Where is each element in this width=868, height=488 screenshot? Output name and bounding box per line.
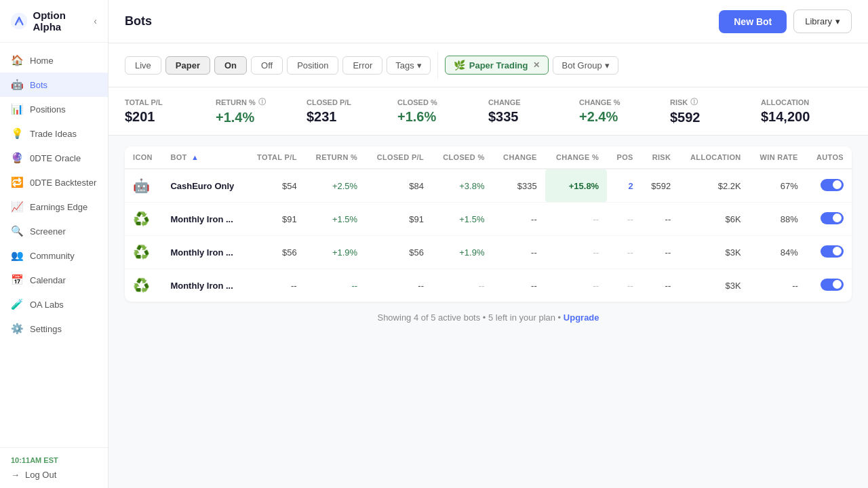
stat-total-pl-label: TOTAL P/L	[125, 98, 202, 106]
col-bot[interactable]: BOT ▲	[162, 146, 246, 169]
upgrade-link[interactable]: Upgrade	[564, 312, 599, 323]
app-name: Option Alpha	[33, 9, 88, 33]
stat-total-pl: TOTAL P/L $201	[125, 98, 216, 125]
closed-pl-cell: --	[366, 269, 432, 302]
labs-icon: 🧪	[11, 298, 23, 310]
stat-closed-pct-label: CLOSED %	[397, 98, 475, 106]
autos-cell[interactable]	[806, 203, 852, 236]
col-risk: RISK	[642, 146, 679, 169]
sidebar-item-screener[interactable]: 🔍 Screener	[0, 219, 108, 243]
table-row[interactable]: ♻️ Monthly Iron ... -- -- -- -- -- -- --…	[125, 269, 852, 302]
table-row[interactable]: 🤖 CashEuro Only $54 +2.5% $84 +3.8% $335…	[125, 169, 852, 203]
closed-pct-cell: +1.5%	[432, 203, 492, 236]
sidebar-item-calendar[interactable]: 📅 Calendar	[0, 268, 108, 292]
filter-on[interactable]: On	[214, 56, 247, 75]
autos-toggle[interactable]	[821, 245, 844, 258]
new-bot-button[interactable]: New Bot	[719, 10, 787, 33]
col-total-pl: TOTAL P/L	[246, 146, 305, 169]
filter-bot-group[interactable]: Bot Group ▾	[553, 56, 618, 75]
autos-cell[interactable]	[806, 269, 852, 302]
total-pl-cell: $91	[246, 203, 305, 236]
sidebar-item-oa-labs[interactable]: 🧪 OA Labs	[0, 292, 108, 317]
filter-tags[interactable]: Tags ▾	[387, 56, 430, 75]
sidebar-item-bots[interactable]: 🤖 Bots	[0, 73, 108, 97]
sidebar-item-trade-ideas[interactable]: 💡 Trade Ideas	[0, 121, 108, 146]
risk-cell: $592	[642, 169, 679, 203]
col-closed-pl: CLOSED P/L	[366, 146, 432, 169]
closed-pl-cell: $84	[366, 169, 432, 203]
sidebar-nav: 🏠 Home 🤖 Bots 📊 Positions 💡 Trade Ideas …	[0, 43, 108, 447]
change-pct-cell: +15.8%	[545, 169, 607, 203]
col-allocation: ALLOCATION	[679, 146, 749, 169]
win-rate-cell: 84%	[749, 236, 806, 269]
autos-toggle[interactable]	[821, 279, 844, 291]
bot-name-cell[interactable]: CashEuro Only	[162, 169, 246, 203]
autos-cell[interactable]	[806, 169, 852, 203]
table-row[interactable]: ♻️ Monthly Iron ... $91 +1.5% $91 +1.5% …	[125, 203, 852, 236]
return-info-icon[interactable]: ⓘ	[258, 97, 266, 107]
risk-info-icon[interactable]: ⓘ	[690, 97, 698, 107]
community-icon: 👥	[11, 249, 23, 262]
col-autos: AUTOS	[806, 146, 852, 169]
stat-change-pct-label: CHANGE %	[579, 98, 656, 106]
sidebar-item-earnings-edge[interactable]: 📈 Earnings Edge	[0, 195, 108, 219]
filter-paper[interactable]: Paper	[165, 56, 210, 75]
sidebar-item-home[interactable]: 🏠 Home	[0, 48, 108, 73]
stat-return-pct-value: +1.4%	[216, 110, 293, 125]
allocation-cell: $6K	[679, 203, 749, 236]
library-button[interactable]: Library ▾	[793, 9, 852, 33]
return-pct-cell: +1.9%	[305, 236, 366, 269]
stat-change-pct-value: +2.4%	[579, 109, 656, 125]
paper-trading-close-icon[interactable]: ✕	[533, 60, 540, 70]
logout-label: Log Out	[25, 470, 56, 480]
filter-paper-trading[interactable]: 🌿 Paper Trading ✕	[445, 56, 549, 75]
pos-cell[interactable]: 2	[607, 169, 642, 203]
change-pct-cell: --	[545, 269, 607, 302]
autos-cell[interactable]	[806, 236, 852, 269]
sidebar-item-positions[interactable]: 📊 Positions	[0, 97, 108, 121]
change-pct-cell: --	[545, 203, 607, 236]
sidebar-label-settings: Settings	[30, 324, 62, 334]
paper-trading-label: Paper Trading	[469, 60, 528, 70]
filter-error[interactable]: Error	[342, 56, 382, 75]
settings-icon: ⚙️	[11, 323, 23, 335]
filter-live[interactable]: Live	[125, 56, 161, 75]
bots-table: ICON BOT ▲ TOTAL P/L RETURN % CLOSED P/L…	[125, 146, 852, 302]
stat-risk-value: $592	[670, 110, 747, 125]
sidebar-label-community: Community	[30, 251, 75, 261]
sidebar-item-0dte-backtester[interactable]: 🔁 0DTE Backtester	[0, 170, 108, 195]
bot-group-label: Bot Group	[561, 60, 601, 70]
win-rate-cell: 88%	[749, 203, 806, 236]
stat-return-pct-label: RETURN % ⓘ	[216, 97, 293, 107]
oracle-icon: 🔮	[11, 152, 23, 164]
bots-table-body: 🤖 CashEuro Only $54 +2.5% $84 +3.8% $335…	[125, 169, 852, 302]
autos-toggle[interactable]	[821, 179, 844, 191]
main-header: Bots New Bot Library ▾	[108, 0, 868, 43]
filter-position[interactable]: Position	[287, 56, 338, 75]
bot-name-cell[interactable]: Monthly Iron ...	[162, 236, 246, 269]
sidebar-label-0dte-backtester: 0DTE Backtester	[30, 178, 96, 188]
recycle-icon: ♻️	[133, 245, 150, 260]
pos-cell: --	[607, 203, 642, 236]
logout-button[interactable]: → Log Out	[11, 470, 97, 480]
filter-off[interactable]: Off	[251, 56, 283, 75]
bot-name-cell[interactable]: Monthly Iron ...	[162, 269, 246, 302]
col-icon: ICON	[125, 146, 162, 169]
sidebar-collapse-icon[interactable]: ‹	[94, 16, 97, 26]
positions-icon: 📊	[11, 103, 23, 115]
bot-name-cell[interactable]: Monthly Iron ...	[162, 203, 246, 236]
sidebar-item-0dte-oracle[interactable]: 🔮 0DTE Oracle	[0, 146, 108, 170]
sidebar-item-community[interactable]: 👥 Community	[0, 243, 108, 268]
table-row[interactable]: ♻️ Monthly Iron ... $56 +1.9% $56 +1.9% …	[125, 236, 852, 269]
bot-icon-cell: ♻️	[125, 269, 162, 302]
bot-icon-cell: 🤖	[125, 169, 162, 203]
autos-toggle[interactable]	[821, 212, 844, 224]
change-cell: --	[493, 203, 545, 236]
table-footer: Showing 4 of 5 active bots • 5 left in y…	[125, 302, 852, 333]
sidebar-item-settings[interactable]: ⚙️ Settings	[0, 317, 108, 341]
col-return-pct: RETURN %	[305, 146, 366, 169]
change-cell: --	[493, 269, 545, 302]
sidebar-label-home: Home	[30, 56, 54, 66]
stat-risk-label: RISK ⓘ	[670, 97, 747, 107]
stat-change-pct: CHANGE % +2.4%	[579, 98, 670, 125]
